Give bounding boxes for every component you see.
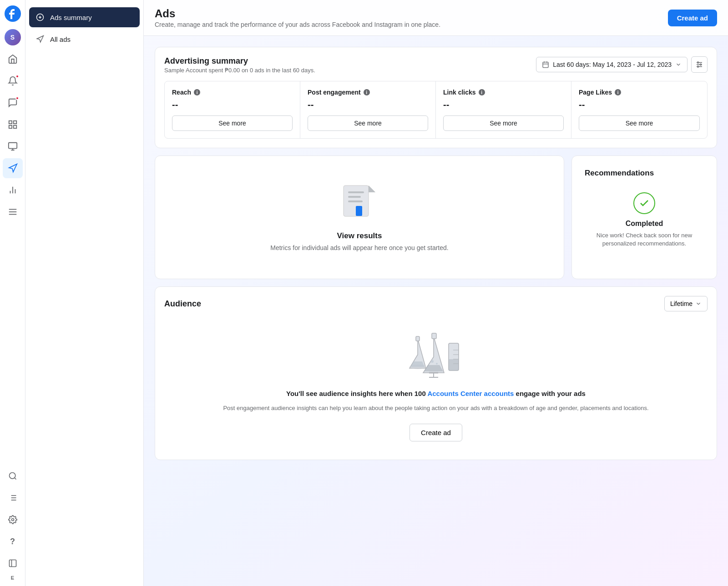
metric-post-engagement-value: --	[308, 100, 428, 110]
recommendations-content: Recommendations Completed Nice work! Che…	[581, 165, 708, 259]
sliders-icon	[695, 60, 703, 69]
sidebar-item-all-ads[interactable]: All ads	[29, 29, 140, 49]
all-ads-icon	[35, 34, 46, 45]
svg-point-45	[431, 360, 434, 363]
svg-point-22	[11, 519, 14, 521]
reach-see-more-button[interactable]: See more	[172, 115, 293, 131]
svg-point-33	[698, 62, 699, 63]
ad-summary-title: Advertising summary	[164, 56, 315, 66]
metric-link-clicks-label: Link clicks	[443, 89, 476, 96]
page-likes-see-more-button[interactable]: See more	[579, 115, 700, 131]
date-filter-label: Last 60 days: May 14, 2023 - Jul 12, 202…	[553, 61, 672, 68]
metric-page-likes: Page Likes i -- See more	[571, 81, 707, 138]
svg-rect-26	[543, 62, 548, 68]
audience-empty-state: You'll see audience insights here when 1…	[164, 321, 708, 451]
nav-help[interactable]: ?	[3, 531, 23, 551]
audience-card: Audience Lifetime	[155, 286, 717, 460]
ad-summary-subtitle: Sample Account spent ₱0.00 on 0 ads in t…	[164, 67, 315, 74]
metric-reach-value: --	[172, 100, 293, 110]
nav-messages[interactable]	[3, 93, 23, 113]
nav-user-label: E	[11, 575, 14, 581]
filter-options-button[interactable]	[691, 56, 708, 73]
svg-rect-39	[348, 196, 361, 198]
content-area: Ads Create, manage and track the perform…	[144, 0, 728, 586]
main-wrapper: Ads summary All ads Ads Create, manage a…	[25, 0, 728, 586]
page-title: Ads	[155, 7, 440, 20]
audience-title: Audience	[164, 299, 201, 309]
page-likes-info-icon[interactable]: i	[615, 89, 621, 95]
svg-point-34	[700, 64, 702, 65]
svg-rect-3	[9, 125, 11, 128]
create-ad-button-header[interactable]: Create ad	[668, 10, 717, 26]
nav-search[interactable]	[3, 466, 23, 486]
advertising-summary-card: Advertising summary Sample Account spent…	[155, 47, 717, 148]
nav-analytics[interactable]	[3, 180, 23, 200]
metric-link-clicks: Link clicks i -- See more	[436, 81, 571, 138]
svg-rect-2	[13, 121, 16, 124]
svg-rect-40	[348, 200, 363, 202]
content-body: Advertising summary Sample Account spent…	[144, 36, 728, 471]
metric-reach-header: Reach i	[172, 89, 293, 96]
nav-pages[interactable]	[3, 136, 23, 156]
nav-sidebar-toggle[interactable]	[3, 553, 23, 573]
metric-page-likes-value: --	[579, 100, 700, 110]
results-illustration	[337, 183, 382, 224]
audience-center-link[interactable]: Accounts Center accounts	[427, 390, 514, 397]
nav-home[interactable]	[3, 49, 23, 69]
meta-logo	[5, 5, 21, 24]
nav-ads[interactable]	[3, 158, 23, 178]
recommendations-status: Completed	[626, 220, 663, 228]
ad-summary-header: Advertising summary Sample Account spent…	[164, 56, 708, 74]
audience-description: Post engagement audience insights can he…	[223, 404, 648, 413]
user-avatar[interactable]: S	[5, 29, 21, 45]
metric-page-likes-label: Page Likes	[579, 89, 612, 96]
nav-settings[interactable]	[3, 510, 23, 530]
svg-rect-52	[449, 359, 459, 371]
lifetime-filter-button[interactable]: Lifetime	[664, 296, 708, 311]
recommendations-card: Recommendations Completed Nice work! Che…	[571, 155, 717, 279]
post-engagement-info-icon[interactable]: i	[364, 89, 370, 95]
svg-rect-1	[9, 121, 11, 124]
svg-rect-5	[8, 143, 16, 149]
page-header: Ads Create, manage and track the perform…	[144, 0, 728, 36]
svg-point-35	[698, 66, 699, 67]
chevron-down-icon	[675, 61, 682, 68]
svg-rect-23	[9, 560, 16, 567]
metric-post-engagement-label: Post engagement	[308, 89, 361, 96]
link-clicks-info-icon[interactable]: i	[479, 89, 485, 95]
completed-check-icon	[633, 192, 655, 214]
svg-rect-42	[416, 336, 420, 341]
header-text-block: Ads Create, manage and track the perform…	[155, 7, 440, 28]
audience-illustration	[404, 330, 468, 380]
page-subtitle: Create, manage and track the performance…	[155, 21, 440, 28]
nav-list[interactable]	[3, 488, 23, 508]
view-results-subtitle: Metrics for individual ads will appear h…	[270, 244, 448, 251]
two-col-section: View results Metrics for individual ads …	[155, 155, 717, 279]
sidebar-item-all-ads-label: All ads	[50, 35, 71, 43]
nav-notifications[interactable]	[3, 71, 23, 91]
svg-rect-41	[356, 206, 362, 216]
metric-link-clicks-header: Link clicks i	[443, 89, 564, 96]
lifetime-chevron-icon	[695, 301, 702, 307]
audience-main-text: You'll see audience insights here when 1…	[286, 389, 586, 398]
ad-summary-title-block: Advertising summary Sample Account spent…	[164, 56, 315, 74]
nav-grid[interactable]	[3, 115, 23, 135]
create-ad-button-audience[interactable]: Create ad	[410, 424, 462, 441]
post-engagement-see-more-button[interactable]: See more	[308, 115, 428, 131]
metric-link-clicks-value: --	[443, 100, 564, 110]
date-filter-button[interactable]: Last 60 days: May 14, 2023 - Jul 12, 202…	[536, 57, 688, 72]
calendar-icon	[542, 61, 549, 68]
metric-post-engagement: Post engagement i -- See more	[300, 81, 436, 138]
nav-menu[interactable]	[3, 202, 23, 222]
link-clicks-see-more-button[interactable]: See more	[443, 115, 564, 131]
left-navigation: S ? E	[0, 0, 25, 586]
svg-point-14	[9, 473, 15, 479]
sidebar-item-ads-summary[interactable]: Ads summary	[29, 7, 140, 27]
svg-rect-44	[432, 333, 436, 339]
metric-reach-label: Reach	[172, 89, 191, 96]
view-results-content: View results Metrics for individual ads …	[164, 165, 555, 270]
metric-post-engagement-header: Post engagement i	[308, 89, 428, 96]
reach-info-icon[interactable]: i	[194, 89, 200, 95]
lifetime-filter-label: Lifetime	[670, 300, 693, 307]
view-results-card: View results Metrics for individual ads …	[155, 155, 564, 279]
